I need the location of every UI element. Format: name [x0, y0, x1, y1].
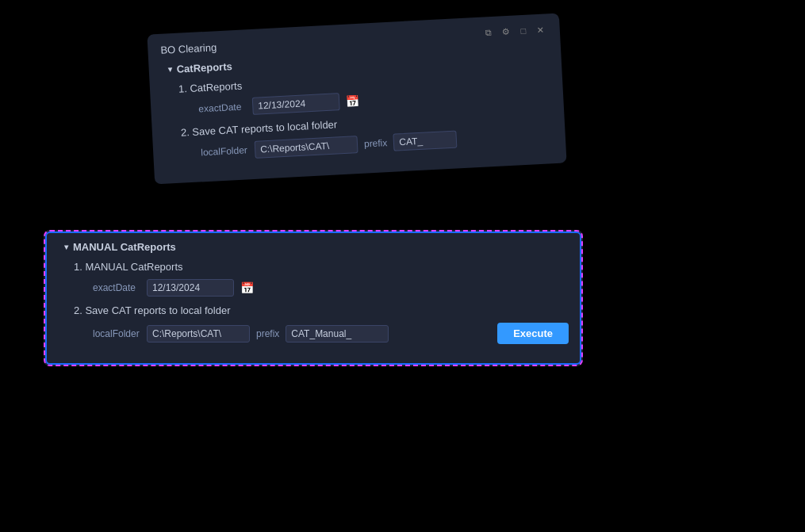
back-calendar-icon[interactable]: 📅: [346, 94, 360, 108]
external-link-icon[interactable]: ⧉: [481, 26, 495, 40]
front-section-header: ▾ MANUAL CatReports: [58, 241, 569, 253]
back-panel: BO Clearing ⧉ ⚙ □ ✕ ▾ CatReports 1. CatR…: [147, 13, 566, 185]
front-calendar-icon[interactable]: 📅: [240, 281, 254, 294]
back-panel-icons: ⧉ ⚙ □ ✕: [481, 23, 547, 39]
front-folder-input[interactable]: [147, 325, 250, 343]
front-step2-field-row: localFolder prefix Execute: [74, 323, 569, 344]
front-step1-label: 1. MANUAL CatReports: [74, 261, 569, 273]
front-step2-label: 2. Save CAT reports to local folder: [74, 304, 569, 316]
front-folder-label: localFolder: [93, 328, 140, 339]
front-panel: ▾ MANUAL CatReports 1. MANUAL CatReports…: [44, 230, 583, 366]
front-exact-date-input[interactable]: [147, 279, 234, 297]
chevron-down-icon: ▾: [167, 65, 172, 74]
back-prefix-input[interactable]: [393, 130, 458, 151]
front-exact-date-label: exactDate: [93, 282, 140, 293]
front-prefix-input[interactable]: [286, 325, 389, 343]
back-folder-label: localFolder: [201, 144, 249, 158]
maximize-icon[interactable]: □: [516, 24, 530, 37]
back-prefix-label: prefix: [364, 137, 388, 150]
front-step1: 1. MANUAL CatReports exactDate 📅: [58, 261, 569, 297]
gear-icon[interactable]: ⚙: [499, 25, 512, 39]
front-step2: 2. Save CAT reports to local folder loca…: [58, 304, 569, 344]
front-prefix-label: prefix: [256, 328, 279, 339]
close-icon[interactable]: ✕: [534, 23, 547, 36]
back-exact-date-label: exactDate: [198, 101, 247, 114]
back-exact-date-input[interactable]: [252, 93, 340, 115]
front-chevron-down-icon: ▾: [64, 243, 68, 251]
front-step1-field-row: exactDate 📅: [74, 279, 569, 297]
execute-button[interactable]: Execute: [497, 323, 569, 344]
back-folder-input[interactable]: [255, 136, 358, 159]
